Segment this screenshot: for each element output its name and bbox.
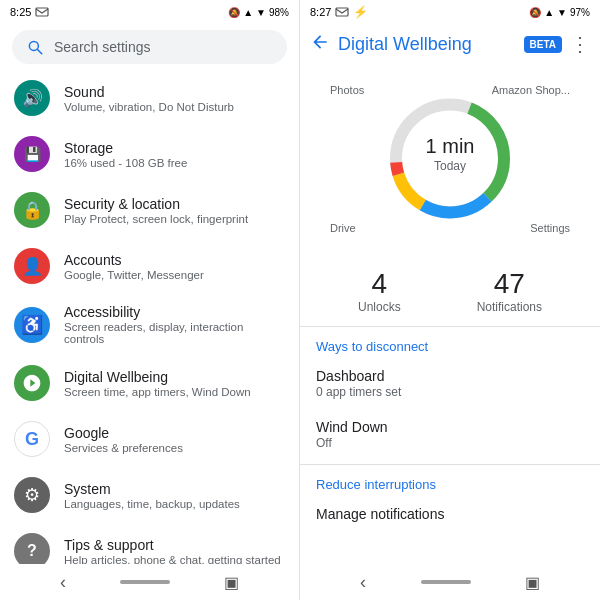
storage-icon: 💾 <box>14 136 50 172</box>
google-title: Google <box>64 425 285 441</box>
home-indicator-right <box>421 580 471 584</box>
settings-item-storage[interactable]: 💾 Storage 16% used - 108 GB free <box>0 126 299 182</box>
home-indicator-left <box>120 580 170 584</box>
more-options-icon[interactable]: ⋮ <box>570 32 590 56</box>
signal-icon: ▲ <box>243 7 253 18</box>
digitalwellbeing-text: Digital Wellbeing Screen time, app timer… <box>64 369 285 398</box>
left-panel: 8:25 🔕 ▲ ▼ 98% Search settings 🔊 Sound V… <box>0 0 300 600</box>
security-text: Security & location Play Protect, screen… <box>64 196 285 225</box>
back-nav-left[interactable]: ‹ <box>60 572 66 593</box>
svg-line-2 <box>37 49 42 54</box>
manage-notifications-title: Manage notifications <box>316 506 584 522</box>
divider-1 <box>300 326 600 327</box>
beta-badge: BETA <box>524 36 562 53</box>
accounts-subtitle: Google, Twitter, Messenger <box>64 269 285 281</box>
digitalwellbeing-icon <box>14 365 50 401</box>
status-icons-right: 🔕 ▲ ▼ 97% <box>529 7 590 18</box>
winddown-title: Wind Down <box>316 419 584 435</box>
settings-item-security[interactable]: 🔒 Security & location Play Protect, scre… <box>0 182 299 238</box>
nav-bar-left: ‹ ▣ <box>0 564 299 600</box>
bt-icon: ⚡ <box>353 5 368 19</box>
accessibility-subtitle: Screen readers, display, interaction con… <box>64 321 285 345</box>
mute-icon: 🔕 <box>228 7 240 18</box>
google-subtitle: Services & preferences <box>64 442 285 454</box>
battery-right: 97% <box>570 7 590 18</box>
dashboard-title: Dashboard <box>316 368 584 384</box>
search-placeholder: Search settings <box>54 39 151 55</box>
nav-bar-right: ‹ ▣ <box>300 564 600 600</box>
accounts-title: Accounts <box>64 252 285 268</box>
ways-to-disconnect-link[interactable]: Ways to disconnect <box>300 331 600 358</box>
tips-icon: ? <box>14 533 50 564</box>
notifications-number: 47 <box>477 268 542 300</box>
tips-subtitle: Help articles, phone & chat, getting sta… <box>64 554 285 565</box>
storage-subtitle: 16% used - 108 GB free <box>64 157 285 169</box>
accounts-icon: 👤 <box>14 248 50 284</box>
back-button[interactable] <box>310 32 330 56</box>
winddown-item[interactable]: Wind Down Off <box>300 409 600 460</box>
settings-item-accessibility[interactable]: ♿ Accessibility Screen readers, display,… <box>0 294 299 355</box>
settings-item-sound[interactable]: 🔊 Sound Volume, vibration, Do Not Distur… <box>0 70 299 126</box>
sound-title: Sound <box>64 84 285 100</box>
unlocks-label: Unlocks <box>358 300 401 314</box>
right-header: Digital Wellbeing BETA ⋮ <box>300 24 600 64</box>
stats-row: 4 Unlocks 47 Notifications <box>300 260 600 322</box>
unlocks-stat: 4 Unlocks <box>358 268 401 314</box>
system-text: System Languages, time, backup, updates <box>64 481 285 510</box>
status-icons-left: 🔕 ▲ ▼ 98% <box>228 7 289 18</box>
reduce-interruptions-link[interactable]: Reduce interruptions <box>300 469 600 496</box>
recents-nav-left[interactable]: ▣ <box>224 573 239 592</box>
wifi-icon-right: ▼ <box>557 7 567 18</box>
right-panel: 8:27 ⚡ 🔕 ▲ ▼ 97% Digital Wellbeing BETA … <box>300 0 600 600</box>
donut-section: Photos Amazon Shop... Drive Settings 1 m… <box>300 64 600 260</box>
status-bar-right: 8:27 ⚡ 🔕 ▲ ▼ 97% <box>300 0 600 24</box>
digitalwellbeing-subtitle: Screen time, app timers, Wind Down <box>64 386 285 398</box>
settings-list: 🔊 Sound Volume, vibration, Do Not Distur… <box>0 70 299 564</box>
unlocks-number: 4 <box>358 268 401 300</box>
google-text: Google Services & preferences <box>64 425 285 454</box>
digitalwellbeing-title: Digital Wellbeing <box>64 369 285 385</box>
search-icon <box>26 38 44 56</box>
dashboard-item[interactable]: Dashboard 0 app timers set <box>300 358 600 409</box>
battery-left: 98% <box>269 7 289 18</box>
divider-2 <box>300 464 600 465</box>
storage-text: Storage 16% used - 108 GB free <box>64 140 285 169</box>
settings-item-system[interactable]: ⚙ System Languages, time, backup, update… <box>0 467 299 523</box>
settings-item-google[interactable]: G Google Services & preferences <box>0 411 299 467</box>
back-nav-right[interactable]: ‹ <box>360 572 366 593</box>
wifi-icon: ▼ <box>256 7 266 18</box>
sound-icon: 🔊 <box>14 80 50 116</box>
system-subtitle: Languages, time, backup, updates <box>64 498 285 510</box>
svg-text:Today: Today <box>434 159 466 173</box>
status-time-right: 8:27 ⚡ <box>310 5 368 19</box>
time-left: 8:25 <box>10 6 31 18</box>
notifications-stat: 47 Notifications <box>477 268 542 314</box>
notifications-label: Notifications <box>477 300 542 314</box>
message-icon-right <box>335 7 349 17</box>
settings-item-digitalwellbeing[interactable]: Digital Wellbeing Screen time, app timer… <box>0 355 299 411</box>
time-right: 8:27 <box>310 6 331 18</box>
security-subtitle: Play Protect, screen lock, fingerprint <box>64 213 285 225</box>
search-bar[interactable]: Search settings <box>12 30 287 64</box>
accessibility-icon: ♿ <box>14 307 50 343</box>
sound-subtitle: Volume, vibration, Do Not Disturb <box>64 101 285 113</box>
winddown-subtitle: Off <box>316 436 584 450</box>
svg-rect-0 <box>36 8 48 16</box>
label-settings-donut: Settings <box>530 222 570 234</box>
settings-item-tips[interactable]: ? Tips & support Help articles, phone & … <box>0 523 299 564</box>
mute-icon-right: 🔕 <box>529 7 541 18</box>
page-title: Digital Wellbeing <box>338 34 516 55</box>
svg-text:1 min: 1 min <box>426 135 475 157</box>
tips-text: Tips & support Help articles, phone & ch… <box>64 537 285 565</box>
settings-item-accounts[interactable]: 👤 Accounts Google, Twitter, Messenger <box>0 238 299 294</box>
accessibility-text: Accessibility Screen readers, display, i… <box>64 304 285 345</box>
recents-nav-right[interactable]: ▣ <box>525 573 540 592</box>
google-icon: G <box>14 421 50 457</box>
security-icon: 🔒 <box>14 192 50 228</box>
svg-rect-3 <box>336 8 348 16</box>
dashboard-subtitle: 0 app timers set <box>316 385 584 399</box>
sound-text: Sound Volume, vibration, Do Not Disturb <box>64 84 285 113</box>
status-bar-left: 8:25 🔕 ▲ ▼ 98% <box>0 0 299 24</box>
manage-notifications-item[interactable]: Manage notifications <box>300 496 600 532</box>
label-drive: Drive <box>330 222 356 234</box>
